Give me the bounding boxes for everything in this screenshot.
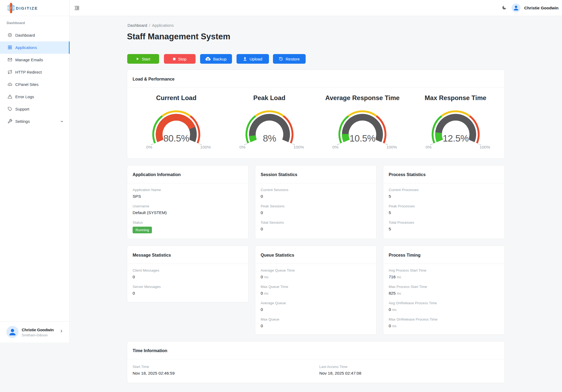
- svg-text:100%: 100%: [479, 145, 490, 149]
- svg-text:80.5%: 80.5%: [163, 133, 189, 143]
- svg-text:0%: 0%: [425, 145, 432, 149]
- svg-text:0%: 0%: [239, 145, 245, 149]
- svg-text:100%: 100%: [293, 145, 304, 149]
- svg-text:0%: 0%: [146, 145, 152, 149]
- svg-text:12.5%: 12.5%: [443, 133, 469, 143]
- svg-text:0%: 0%: [332, 145, 339, 149]
- svg-text:10.5%: 10.5%: [350, 133, 376, 143]
- svg-text:100%: 100%: [200, 145, 211, 149]
- svg-text:100%: 100%: [386, 145, 397, 149]
- svg-text:8%: 8%: [263, 133, 276, 143]
